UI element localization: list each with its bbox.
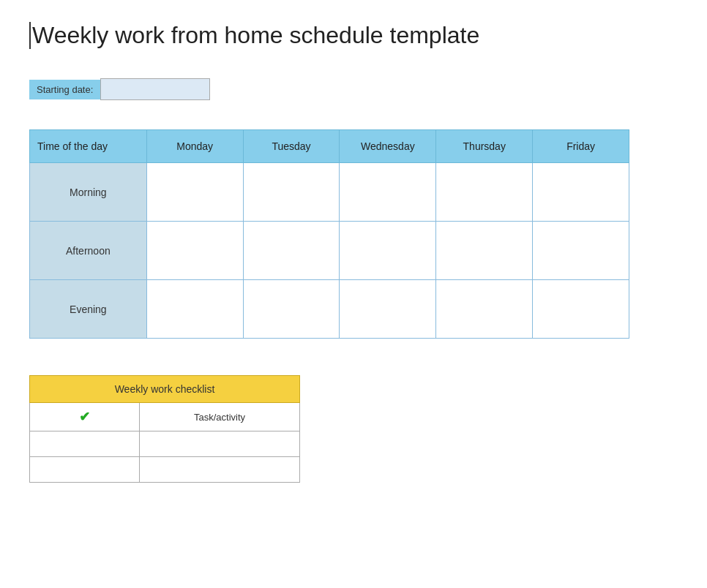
- col-header-wednesday: Wednesday: [340, 130, 436, 163]
- cell-morning-monday[interactable]: [146, 163, 243, 222]
- checklist-col-task: Task/activity: [140, 403, 300, 431]
- time-cell-evening: Evening: [30, 280, 147, 339]
- table-header-row: Time of the day Monday Tuesday Wednesday…: [30, 130, 629, 163]
- cell-morning-thursday[interactable]: [436, 163, 533, 222]
- checklist-title: Weekly work checklist: [30, 376, 300, 403]
- cell-afternoon-monday[interactable]: [146, 222, 243, 280]
- cell-afternoon-friday[interactable]: [533, 222, 629, 280]
- schedule-table: Time of the day Monday Tuesday Wednesday…: [29, 129, 629, 339]
- cell-afternoon-tuesday[interactable]: [243, 222, 340, 280]
- checklist-task-2[interactable]: [140, 457, 300, 483]
- time-cell-morning: Morning: [30, 163, 147, 222]
- starting-date-input[interactable]: [100, 78, 210, 100]
- col-header-time: Time of the day: [30, 130, 147, 163]
- checklist-subheader-row: ✔ Task/activity: [30, 403, 300, 431]
- col-header-monday: Monday: [146, 130, 243, 163]
- cell-afternoon-wednesday[interactable]: [340, 222, 436, 280]
- checklist-data-row-1: [30, 431, 300, 457]
- checklist-task-1[interactable]: [140, 431, 300, 457]
- cell-evening-tuesday[interactable]: [243, 280, 340, 339]
- cell-evening-thursday[interactable]: [436, 280, 533, 339]
- cell-evening-friday[interactable]: [533, 280, 629, 339]
- cell-morning-tuesday[interactable]: [243, 163, 340, 222]
- cell-morning-wednesday[interactable]: [340, 163, 436, 222]
- col-header-tuesday: Tuesday: [243, 130, 340, 163]
- checklist-data-row-2: [30, 457, 300, 483]
- checklist-col-check: ✔: [30, 403, 140, 431]
- starting-date-label: Starting date:: [29, 80, 100, 99]
- page-title: Weekly work from home schedule template: [29, 22, 678, 49]
- cell-evening-wednesday[interactable]: [340, 280, 436, 339]
- checklist-section: Weekly work checklist ✔ Task/activity: [29, 375, 300, 483]
- cell-evening-monday[interactable]: [146, 280, 243, 339]
- checklist-table: Weekly work checklist ✔ Task/activity: [29, 375, 300, 483]
- col-header-friday: Friday: [533, 130, 629, 163]
- table-row-afternoon: Afternoon: [30, 222, 629, 280]
- starting-date-row: Starting date:: [29, 78, 678, 100]
- cell-morning-friday[interactable]: [533, 163, 629, 222]
- checklist-check-1[interactable]: [30, 431, 140, 457]
- table-row-evening: Evening: [30, 280, 629, 339]
- checklist-header-row: Weekly work checklist: [30, 376, 300, 403]
- cell-afternoon-thursday[interactable]: [436, 222, 533, 280]
- time-cell-afternoon: Afternoon: [30, 222, 147, 280]
- checkmark-icon: ✔: [79, 410, 90, 424]
- table-row-morning: Morning: [30, 163, 629, 222]
- checklist-check-2[interactable]: [30, 457, 140, 483]
- col-header-thursday: Thursday: [436, 130, 533, 163]
